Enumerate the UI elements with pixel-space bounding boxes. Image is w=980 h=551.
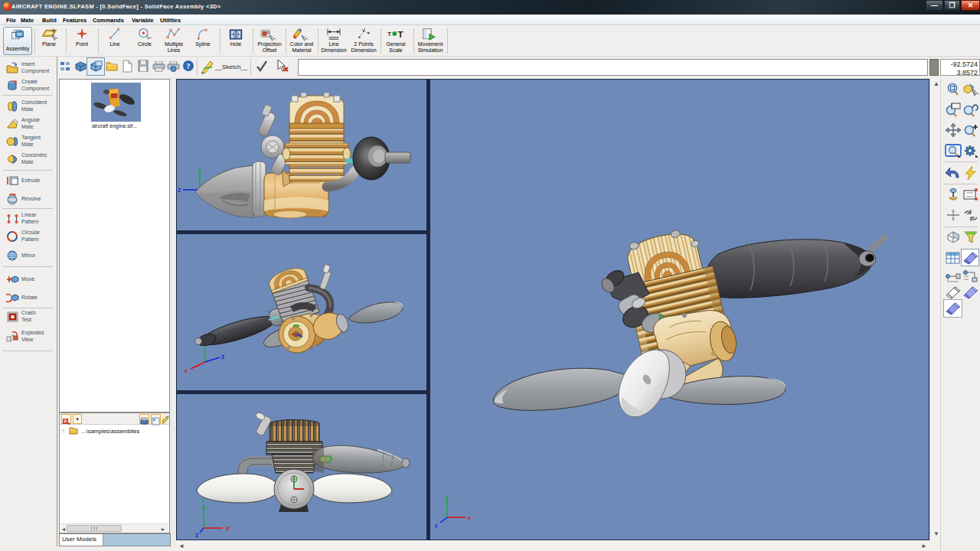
svg-text:X: X: [226, 526, 230, 531]
svg-text:Z: Z: [178, 187, 181, 193]
svg-text:Y: Y: [201, 498, 204, 504]
svg-text:T: T: [398, 29, 403, 39]
svg-text:x: x: [185, 368, 188, 373]
svg-text:x: x: [468, 515, 471, 520]
svg-text:T: T: [387, 31, 391, 37]
svg-text:?: ?: [186, 61, 191, 70]
svg-text:z: z: [435, 523, 438, 528]
svg-text:Z: Z: [221, 354, 225, 360]
svg-text:Z: Z: [195, 533, 199, 538]
